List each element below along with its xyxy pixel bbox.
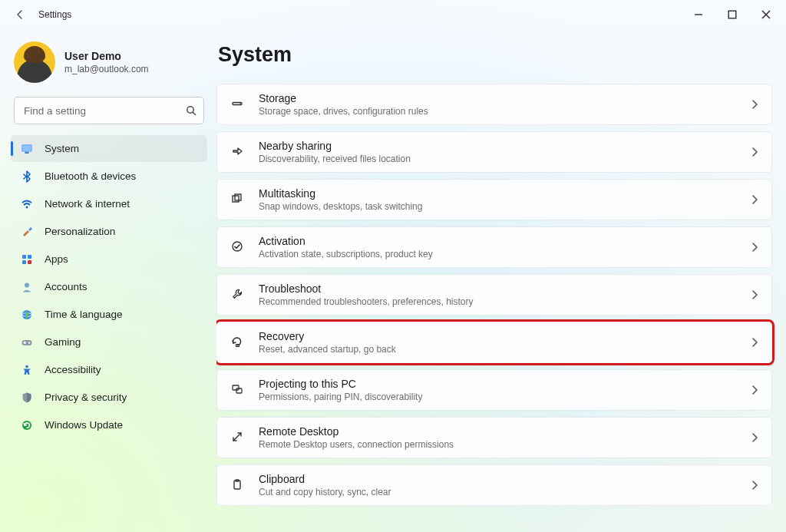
settings-item-subtitle: Storage space, drives, configuration rul… [259,106,428,117]
chevron-right-icon [748,146,761,158]
project-icon [228,380,248,400]
settings-item-title: Projecting to this PC [259,378,422,390]
search-icon [185,104,197,117]
sidebar-item-label: Time & language [45,309,123,320]
window-maximize-button[interactable] [715,3,749,26]
settings-item-nearby[interactable]: Nearby sharingDiscoverability, received … [216,131,772,173]
chevron-right-icon [748,193,761,206]
sidebar-item-label: Accessibility [45,364,101,375]
avatar [14,41,55,83]
settings-item-remote[interactable]: Remote DesktopRemote Desktop users, conn… [216,417,772,458]
sidebar-item-label: Network & internet [45,198,130,210]
settings-item-subtitle: Snap windows, desktops, task switching [259,201,422,212]
sidebar-item-network[interactable]: Network & internet [11,190,207,217]
sidebar-item-label: Bluetooth & devices [45,170,136,182]
sidebar-item-label: System [45,143,79,154]
remote-icon [228,428,248,448]
settings-item-subtitle: Reset, advanced startup, go back [259,344,396,355]
profile-email: m_lab@outlook.com [64,64,149,74]
sidebar-item-system[interactable]: System [11,135,207,162]
settings-item-multi[interactable]: MultitaskingSnap windows, desktops, task… [216,179,772,220]
chevron-right-icon [748,98,761,111]
content-area: System StorageStorage space, drives, con… [216,29,786,532]
settings-item-subtitle: Discoverability, received files location [259,154,411,164]
sidebar-item-apps[interactable]: Apps [11,246,207,273]
person-icon [20,280,34,294]
search-box[interactable] [14,97,204,124]
bluetooth-icon [20,170,34,183]
page-title: System [218,43,772,67]
update-icon [20,418,34,432]
sidebar-item-privacy[interactable]: Privacy & security [11,384,207,411]
chevron-right-icon [748,289,761,301]
settings-item-title: Nearby sharing [259,140,411,152]
settings-list: StorageStorage space, drives, configurat… [216,84,772,506]
settings-item-storage[interactable]: StorageStorage space, drives, configurat… [216,84,772,125]
sidebar-item-bluetooth[interactable]: Bluetooth & devices [11,163,207,190]
settings-item-trouble[interactable]: TroubleshootRecommended troubleshooters,… [216,274,772,316]
sidebar-item-label: Windows Update [45,419,123,431]
sidebar: User Demo m_lab@outlook.com SystemBlueto… [0,29,216,532]
profile-name: User Demo [64,50,149,62]
sidebar-item-personal[interactable]: Personalization [11,218,207,245]
settings-item-subtitle: Cut and copy history, sync, clear [259,487,391,497]
storage-icon [228,94,248,114]
sidebar-item-label: Gaming [45,336,81,348]
chevron-right-icon [748,241,761,253]
chevron-right-icon [748,479,761,491]
titlebar: Settings [0,0,786,29]
sidebar-item-update[interactable]: Windows Update [11,411,207,438]
settings-item-title: Troubleshoot [259,283,473,295]
nav-list: SystemBluetooth & devicesNetwork & inter… [11,135,207,438]
access-icon [20,363,34,377]
settings-item-title: Remote Desktop [259,425,454,438]
settings-item-subtitle: Permissions, pairing PIN, discoverabilit… [259,392,422,402]
sidebar-item-accounts[interactable]: Accounts [11,273,207,300]
settings-item-subtitle: Remote Desktop users, connection permiss… [259,439,454,450]
monitor-icon [20,142,34,156]
recovery-icon [228,332,248,352]
settings-item-subtitle: Activation state, subscriptions, product… [259,249,433,259]
sidebar-item-label: Apps [45,253,68,265]
window-close-button[interactable] [749,3,783,26]
settings-item-title: Clipboard [259,473,391,485]
share-icon [228,142,248,162]
settings-item-recovery[interactable]: RecoveryReset, advanced startup, go back [216,322,772,363]
settings-item-title: Activation [259,235,433,247]
sidebar-item-time[interactable]: Time & language [11,301,207,328]
chevron-right-icon [748,336,761,349]
shield-icon [20,391,34,405]
apps-icon [20,253,34,266]
settings-item-title: Multitasking [259,187,422,200]
brush-icon [20,225,34,239]
wrench-icon [228,285,248,305]
back-button[interactable] [6,2,34,27]
search-input[interactable] [22,104,185,117]
clipboard-icon [228,475,248,495]
settings-item-title: Storage [259,92,428,104]
chevron-right-icon [748,431,761,444]
chevron-right-icon [748,384,761,396]
globe-icon [20,308,34,322]
sidebar-item-gaming[interactable]: Gaming [11,329,207,355]
settings-item-activation[interactable]: ActivationActivation state, subscription… [216,226,772,268]
sidebar-item-label: Privacy & security [45,392,127,403]
gamepad-icon [20,335,34,349]
multitask-icon [228,190,248,210]
wifi-icon [20,197,34,211]
settings-item-project[interactable]: Projecting to this PCPermissions, pairin… [216,369,772,411]
settings-item-subtitle: Recommended troubleshooters, preferences… [259,296,473,307]
sidebar-item-label: Accounts [45,281,88,292]
settings-item-title: Recovery [259,330,396,342]
profile-block[interactable]: User Demo m_lab@outlook.com [14,41,204,83]
check-icon [228,237,248,257]
sidebar-item-label: Personalization [45,226,115,237]
app-title: Settings [38,9,71,20]
sidebar-item-accessibility[interactable]: Accessibility [11,356,207,383]
settings-item-clipboard[interactable]: ClipboardCut and copy history, sync, cle… [216,464,772,506]
window-minimize-button[interactable] [682,3,715,26]
